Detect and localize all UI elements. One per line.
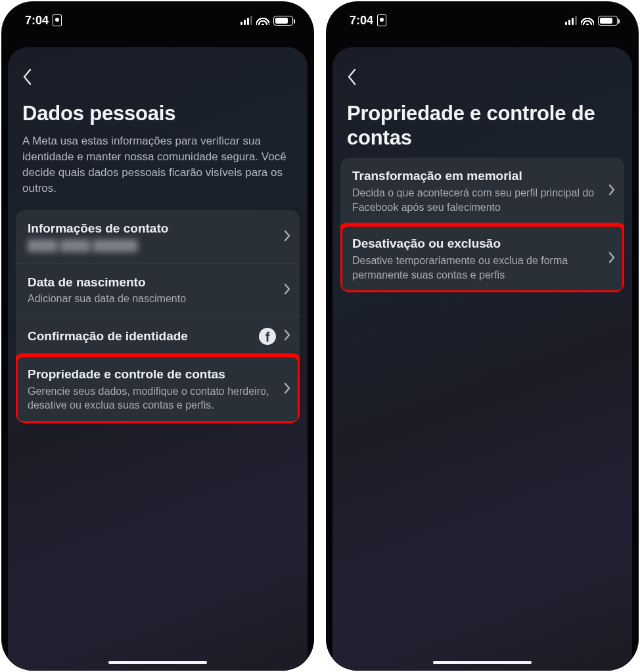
back-button[interactable] (8, 63, 47, 101)
wifi-icon (581, 16, 594, 25)
row-title: Desativação ou exclusão (352, 236, 601, 252)
status-time: 7:04 (350, 14, 373, 28)
home-indicator[interactable] (433, 661, 532, 664)
content-surface: Dados pessoais A Meta usa estas informaç… (8, 47, 308, 671)
row-birth-date[interactable]: Data de nascimento Adicionar sua data de… (16, 263, 300, 317)
cellular-signal-icon (240, 16, 252, 25)
status-bar: 7:04 (1, 1, 314, 35)
status-left: 7:04 (350, 14, 386, 28)
row-title: Data de nascimento (28, 275, 276, 291)
status-left: 7:04 (25, 14, 62, 28)
row-identity-confirmation[interactable]: Confirmação de identidade f (16, 317, 300, 355)
back-button[interactable] (332, 63, 372, 101)
row-title: Transformação em memorial (352, 168, 601, 185)
page-title: Propriedade e controle de contas (332, 101, 632, 158)
row-contact-info[interactable]: Informações de contato ████ ████ ██████ (16, 210, 300, 263)
phone-screen-2: 7:04 Propriedade e controle de contas Tr… (326, 1, 639, 671)
row-subtitle: Decida o que acontecerá com seu perfil p… (352, 186, 601, 214)
wifi-icon (256, 16, 269, 25)
facebook-icon: f (259, 328, 276, 345)
row-subtitle-redacted: ████ ████ ██████ (28, 238, 276, 253)
row-title: Propriedade e controle de contas (28, 367, 276, 383)
cellular-signal-icon (565, 16, 577, 25)
row-subtitle: Gerencie seus dados, modifique o contato… (28, 384, 276, 413)
page-description: A Meta usa estas informações para verifi… (8, 133, 308, 210)
row-memorialization[interactable]: Transformação em memorial Decida o que a… (340, 158, 624, 225)
status-right (240, 16, 293, 26)
id-card-icon (53, 14, 62, 26)
battery-icon (273, 16, 293, 26)
settings-list: Informações de contato ████ ████ ██████ … (16, 210, 300, 422)
chevron-right-icon (284, 283, 290, 298)
row-title: Informações de contato (28, 221, 276, 237)
battery-icon (598, 16, 618, 26)
row-deactivation-deletion[interactable]: Desativação ou exclusão Desative tempora… (340, 225, 624, 292)
row-subtitle: Adicionar sua data de nascimento (28, 292, 276, 306)
row-title: Confirmação de identidade (28, 328, 251, 345)
chevron-right-icon (608, 252, 615, 266)
status-right (565, 16, 618, 26)
chevron-right-icon (284, 382, 290, 397)
status-bar: 7:04 (326, 1, 639, 35)
content-surface: Propriedade e controle de contas Transfo… (332, 47, 632, 671)
chevron-right-icon (284, 329, 290, 344)
row-account-ownership[interactable]: Propriedade e controle de contas Gerenci… (16, 355, 300, 423)
phone-screen-1: 7:04 Dados pessoais A Meta usa estas inf… (1, 1, 314, 671)
status-time: 7:04 (25, 14, 49, 28)
page-title: Dados pessoais (8, 101, 308, 133)
row-subtitle: Desative temporariamente ou exclua de fo… (352, 254, 601, 282)
settings-list: Transformação em memorial Decida o que a… (340, 158, 624, 292)
chevron-right-icon (284, 230, 290, 244)
chevron-right-icon (608, 184, 615, 198)
id-card-icon (377, 14, 386, 26)
home-indicator[interactable] (108, 661, 207, 664)
